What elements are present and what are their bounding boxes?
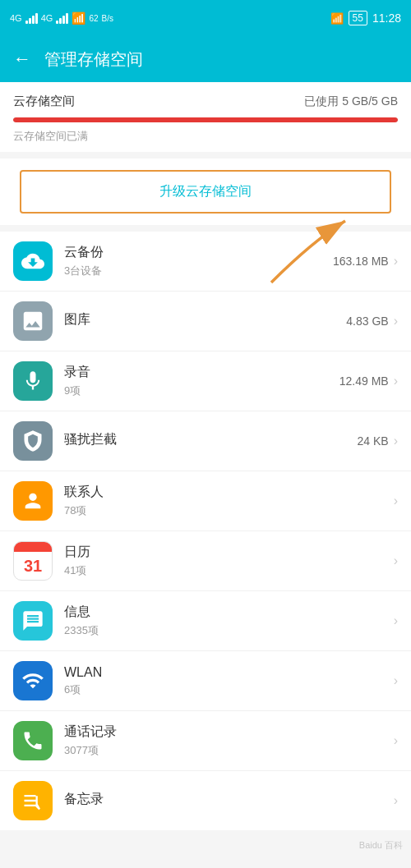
list-item-gallery[interactable]: 图库 4.83 GB › bbox=[0, 292, 411, 351]
calllog-arrow: › bbox=[394, 733, 398, 748]
list-item-backup[interactable]: 云备份 3台设备 163.18 MB › bbox=[0, 232, 411, 292]
backup-name: 云备份 bbox=[64, 244, 333, 261]
block-name: 骚扰拦截 bbox=[64, 431, 358, 448]
messages-name: 信息 bbox=[64, 604, 394, 621]
wlan-arrow: › bbox=[394, 673, 398, 688]
messages-sub: 2335项 bbox=[64, 623, 394, 638]
recording-sub: 9项 bbox=[64, 383, 339, 398]
block-icon bbox=[13, 421, 53, 461]
gallery-icon bbox=[13, 301, 53, 341]
wifi-speed: 62 bbox=[89, 14, 98, 23]
bluetooth-icon: 📶 bbox=[330, 12, 344, 25]
status-bar: 4G 4G 📶 62 B/s 📶 55 11:28 bbox=[0, 0, 411, 36]
time: 11:28 bbox=[372, 11, 401, 25]
cloud-full-text: 云存储空间已满 bbox=[13, 129, 398, 152]
calllog-text: 通话记录 3077项 bbox=[64, 723, 394, 758]
upgrade-button[interactable]: 升级云存储空间 bbox=[20, 170, 391, 214]
cloud-storage-section: 云存储空间 已使用 5 GB/5 GB 云存储空间已满 bbox=[0, 82, 411, 152]
back-button[interactable]: ← bbox=[13, 50, 31, 68]
block-text: 骚扰拦截 bbox=[64, 431, 358, 451]
cloud-label: 云存储空间 bbox=[13, 94, 75, 109]
block-size: 24 KB bbox=[358, 434, 389, 448]
backup-size: 163.18 MB bbox=[333, 255, 389, 268]
gallery-size: 4.83 GB bbox=[346, 315, 388, 328]
recording-arrow: › bbox=[394, 374, 398, 388]
signal-bars-1 bbox=[25, 12, 38, 24]
progress-bar-container bbox=[13, 117, 398, 122]
notes-name: 备忘录 bbox=[64, 791, 394, 808]
calendar-icon-wrap: 31 bbox=[13, 541, 53, 581]
wlan-icon bbox=[13, 661, 53, 700]
block-arrow: › bbox=[394, 434, 398, 448]
recording-icon bbox=[13, 361, 53, 401]
watermark: Baidu 百科 bbox=[359, 839, 403, 852]
calllog-sub: 3077项 bbox=[64, 743, 394, 758]
contacts-name: 联系人 bbox=[64, 484, 394, 501]
list-item-calllog[interactable]: 通话记录 3077项 › bbox=[0, 711, 411, 771]
toolbar: ← 管理存储空间 bbox=[0, 36, 411, 82]
calendar-date: 31 bbox=[14, 552, 52, 580]
gallery-text: 图库 bbox=[64, 311, 346, 331]
page-title: 管理存储空间 bbox=[44, 48, 143, 71]
recording-name: 录音 bbox=[64, 364, 339, 381]
contacts-icon bbox=[13, 481, 53, 521]
signal-icon: 4G bbox=[10, 13, 22, 23]
list-item-block[interactable]: 骚扰拦截 24 KB › bbox=[0, 411, 411, 471]
recording-text: 录音 9项 bbox=[64, 364, 339, 398]
list-section: 云备份 3台设备 163.18 MB › 图库 4.83 GB › bbox=[0, 232, 411, 830]
list-item-recording[interactable]: 录音 9项 12.49 MB › bbox=[0, 351, 411, 411]
wlan-text: WLAN 6项 bbox=[64, 665, 394, 697]
wlan-name: WLAN bbox=[64, 665, 394, 680]
contacts-sub: 78项 bbox=[64, 503, 394, 518]
list-item-calendar[interactable]: 31 日历 41项 › bbox=[0, 531, 411, 591]
recording-size: 12.49 MB bbox=[339, 374, 389, 388]
calllog-icon bbox=[13, 721, 53, 760]
backup-icon bbox=[13, 241, 53, 281]
cloud-header: 云存储空间 已使用 5 GB/5 GB bbox=[13, 94, 398, 109]
contacts-text: 联系人 78项 bbox=[64, 484, 394, 518]
battery-icon: 55 bbox=[349, 11, 367, 25]
main-content: 云存储空间 已使用 5 GB/5 GB 云存储空间已满 升级云存储空间 bbox=[0, 82, 411, 830]
calendar-sub: 41项 bbox=[64, 563, 394, 578]
wifi-icon: 📶 bbox=[72, 11, 85, 25]
cloud-usage: 已使用 5 GB/5 GB bbox=[304, 94, 398, 109]
list-item-notes[interactable]: 备忘录 › bbox=[0, 771, 411, 830]
notes-text: 备忘录 bbox=[64, 791, 394, 811]
list-item-wlan[interactable]: WLAN 6项 › bbox=[0, 651, 411, 711]
wlan-sub: 6项 bbox=[64, 682, 394, 697]
notes-icon bbox=[13, 781, 53, 820]
status-left: 4G 4G 📶 62 B/s bbox=[10, 11, 113, 25]
wifi-unit: B/s bbox=[102, 14, 113, 23]
calendar-text: 日历 41项 bbox=[64, 544, 394, 578]
contacts-arrow: › bbox=[394, 494, 398, 508]
notes-arrow: › bbox=[394, 793, 398, 808]
gallery-name: 图库 bbox=[64, 311, 346, 328]
list-item-messages[interactable]: 信息 2335项 › bbox=[0, 591, 411, 651]
messages-text: 信息 2335项 bbox=[64, 604, 394, 638]
backup-sub: 3台设备 bbox=[64, 264, 333, 278]
messages-arrow: › bbox=[394, 613, 398, 628]
calllog-name: 通话记录 bbox=[64, 723, 394, 741]
progress-bar-fill bbox=[13, 117, 398, 122]
signal-bars-2 bbox=[56, 12, 68, 24]
calendar-arrow: › bbox=[394, 553, 398, 568]
backup-text: 云备份 3台设备 bbox=[64, 244, 333, 278]
upgrade-section: 升级云存储空间 bbox=[0, 158, 411, 225]
backup-arrow: › bbox=[394, 254, 398, 269]
status-right: 📶 55 11:28 bbox=[330, 11, 401, 25]
signal-icon-2: 4G bbox=[41, 13, 53, 23]
gallery-arrow: › bbox=[394, 314, 398, 328]
messages-icon bbox=[13, 601, 53, 641]
list-item-contacts[interactable]: 联系人 78项 › bbox=[0, 471, 411, 531]
calendar-name: 日历 bbox=[64, 544, 394, 561]
